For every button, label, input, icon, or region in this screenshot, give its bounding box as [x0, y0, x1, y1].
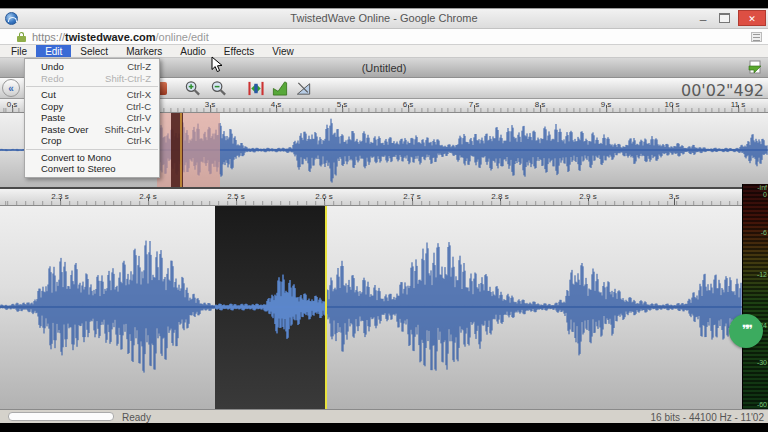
url-domain: twistedwave.com: [65, 31, 155, 43]
ruler-label: 2.5 s: [227, 192, 244, 201]
menu-item-label: Paste Over: [41, 124, 89, 136]
close-button[interactable]: ✕: [738, 10, 766, 26]
edit-menu-item-cut[interactable]: CutCtrl-X: [25, 89, 159, 101]
menu-item-label: Convert to Stereo: [41, 163, 115, 175]
menu-item-file[interactable]: File: [2, 45, 36, 57]
meter-label: 0: [763, 191, 767, 198]
ruler-label: 7 s: [469, 100, 480, 109]
ruler-label: 4 s: [271, 100, 282, 109]
edit-menu-dropdown: UndoCtrl-ZRedoShift-Ctrl-ZCutCtrl-XCopyC…: [24, 58, 160, 178]
main-waveform[interactable]: [0, 206, 768, 409]
ruler-label: 3 s: [205, 100, 216, 109]
horizontal-scrollbar-thumb[interactable]: [8, 412, 114, 421]
status-text: Ready: [122, 412, 151, 423]
menu-bar: FileEditSelectMarkersAudioEffectsView: [0, 45, 768, 58]
meter-label: -30: [757, 359, 767, 366]
ruler-label: 0 s: [7, 100, 18, 109]
menu-item-label: Crop: [41, 135, 62, 147]
ruler-label: 2.6 s: [315, 192, 332, 201]
meter-label: -6: [761, 229, 767, 236]
edit-menu-item-redo: RedoShift-Ctrl-Z: [25, 73, 159, 85]
address-bar[interactable]: https://twistedwave.com/online/edit: [0, 29, 768, 45]
ruler-label: 6 s: [403, 100, 414, 109]
zoom-fit-icon[interactable]: [271, 80, 289, 97]
edit-menu-item-convert-to-mono[interactable]: Convert to Mono: [25, 152, 159, 164]
menu-item-shortcut: Ctrl-C: [126, 101, 151, 113]
browser-window: TwistedWave Online - Google Chrome – ✕ h…: [0, 8, 768, 422]
minimize-button[interactable]: –: [696, 10, 710, 26]
edit-menu-item-crop[interactable]: CropCtrl-K: [25, 135, 159, 147]
menu-item-shortcut: Shift-Ctrl-V: [105, 124, 151, 136]
ruler-label: 8 s: [535, 100, 546, 109]
rewind-button[interactable]: «: [2, 79, 20, 97]
menu-item-audio[interactable]: Audio: [171, 45, 215, 57]
menu-item-edit[interactable]: Edit: [36, 45, 71, 57]
browser-menu-icon[interactable]: [751, 32, 762, 42]
chat-button[interactable]: ❞❞: [729, 314, 763, 348]
edit-menu-item-copy[interactable]: CopyCtrl-C: [25, 101, 159, 113]
screen: TwistedWave Online - Google Chrome – ✕ h…: [0, 0, 768, 432]
menu-separator: [26, 86, 158, 87]
status-bar: Ready 16 bits - 44100 Hz - 11'02: [0, 409, 768, 423]
ruler-label: 2.4 s: [139, 192, 156, 201]
edit-menu-item-convert-to-stereo[interactable]: Convert to Stereo: [25, 163, 159, 175]
menu-item-shortcut: Shift-Ctrl-Z: [105, 73, 151, 85]
menu-item-shortcut: Ctrl-X: [127, 89, 151, 101]
ruler-label: 5 s: [337, 100, 348, 109]
menu-item-label: Redo: [41, 73, 64, 85]
edit-menu-item-paste-over[interactable]: Paste OverShift-Ctrl-V: [25, 124, 159, 136]
audio-format-info: 16 bits - 44100 Hz - 11'02: [651, 412, 764, 423]
ruler-label: 10 s: [664, 100, 679, 109]
ruler-label: 2.8 s: [491, 192, 508, 201]
edit-menu-item-paste[interactable]: PasteCtrl-V: [25, 112, 159, 124]
ruler-label: 2.3 s: [51, 192, 68, 201]
ruler-label: 2.9 s: [579, 192, 596, 201]
meter-label: -12: [757, 271, 767, 278]
https-lock-icon: [17, 32, 26, 42]
url-text[interactable]: https://twistedwave.com/online/edit: [32, 31, 209, 43]
url-path: /online/edit: [156, 31, 209, 43]
level-meter: -inf0-6-12-24-30-60: [742, 184, 768, 409]
zoom-out-icon[interactable]: [210, 80, 228, 97]
menu-item-label: Convert to Mono: [41, 152, 111, 164]
menu-item-label: Paste: [41, 112, 65, 124]
menu-separator: [26, 149, 158, 150]
menu-item-markers[interactable]: Markers: [117, 45, 171, 57]
meter-label: -inf: [757, 184, 767, 191]
menu-item-label: Copy: [41, 101, 63, 113]
maximize-button[interactable]: [719, 13, 730, 23]
zoom-selection-icon[interactable]: [247, 80, 265, 97]
edit-menu-item-undo[interactable]: UndoCtrl-Z: [25, 61, 159, 73]
menu-item-shortcut: Ctrl-V: [127, 112, 151, 124]
main-time-ruler[interactable]: 2.3 s2.4 s2.5 s2.6 s2.7 s2.8 s2.9 s3 s3.…: [0, 189, 768, 206]
zoom-in-icon[interactable]: [184, 80, 202, 97]
url-scheme: https://: [32, 31, 65, 43]
menu-item-select[interactable]: Select: [71, 45, 117, 57]
mouse-cursor: [211, 56, 223, 73]
menu-item-label: Cut: [41, 89, 56, 101]
menu-item-shortcut: Ctrl-Z: [127, 61, 151, 73]
window-title: TwistedWave Online - Google Chrome: [0, 12, 768, 24]
ruler-label: 2.7 s: [403, 192, 420, 201]
time-display: 00'02"492: [681, 81, 764, 100]
ruler-label: 11 s: [731, 100, 746, 109]
ruler-label: 3 s: [669, 192, 680, 201]
meter-label: -60: [757, 401, 767, 408]
ruler-label: 9 s: [601, 100, 612, 109]
export-icon[interactable]: [747, 60, 763, 75]
zoom-auto-icon[interactable]: [295, 80, 313, 97]
menu-item-view[interactable]: View: [263, 45, 303, 57]
menu-item-shortcut: Ctrl-K: [127, 135, 151, 147]
browser-titlebar: TwistedWave Online - Google Chrome – ✕: [0, 9, 768, 29]
menu-item-label: Undo: [41, 61, 64, 73]
